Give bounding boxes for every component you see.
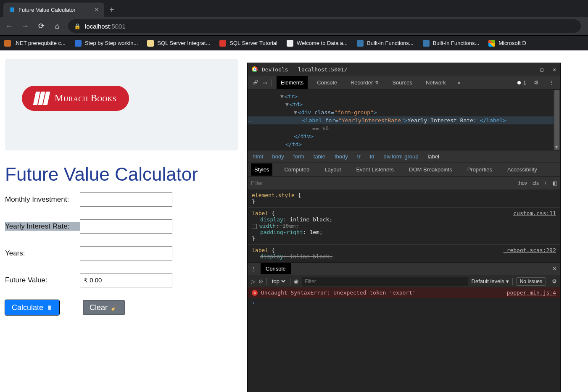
bookmarks-bar: .NET prerequisite c...Step by Step worki… <box>0 35 588 50</box>
console-prompt[interactable]: › <box>248 298 560 308</box>
selected-dom-node[interactable]: … <label for="YearlyInterestRate">Yearly… <box>248 116 560 124</box>
css-rule-element-style[interactable]: element.style { } <box>248 189 560 208</box>
eye-icon[interactable]: ◉ <box>294 278 298 284</box>
dom-scrollbar[interactable]: ▲ ▼ <box>554 90 560 150</box>
issues-badge[interactable]: 1 <box>513 79 526 86</box>
bookmark-item[interactable]: SQL Server Tutorial <box>219 40 277 47</box>
bookmark-favicon <box>287 40 293 47</box>
device-toggle-icon[interactable]: ▭ <box>261 79 269 86</box>
toggle-sidebar-icon[interactable]: ◧ <box>552 180 557 186</box>
bookmark-item[interactable]: Step by Step workin... <box>75 40 138 47</box>
breadcrumb-item[interactable]: div.form-group <box>384 153 419 160</box>
tab-elements[interactable]: Elements <box>277 76 308 89</box>
calculate-button[interactable]: Calculate 🖩 <box>5 300 59 315</box>
bookmark-item[interactable]: Microsoft D <box>488 40 526 47</box>
styles-subtab[interactable]: Styles <box>251 163 272 176</box>
styles-subtab[interactable]: Layout <box>321 163 344 176</box>
console-filter-input[interactable] <box>302 277 468 286</box>
styles-subtab[interactable]: Event Listeners <box>353 163 397 176</box>
console-drawer-tab[interactable]: Console <box>261 263 291 274</box>
scroll-down-icon[interactable]: ▼ <box>555 145 558 149</box>
bookmark-favicon <box>147 40 154 47</box>
hov-toggle[interactable]: :hov <box>517 180 527 186</box>
styles-subtab[interactable]: DOM Breakpoints <box>406 163 456 176</box>
breadcrumb-item[interactable]: tbody <box>335 153 348 160</box>
breadcrumb[interactable]: htmlbodyformtabletbodytrtddiv.form-group… <box>248 150 560 163</box>
bookmark-label: Step by Step workin... <box>85 40 138 46</box>
styles-subtab[interactable]: Accessibility <box>504 163 541 176</box>
styles-filter-input[interactable] <box>251 180 513 186</box>
console-gear-icon[interactable]: ⚙ <box>552 278 557 284</box>
breadcrumb-item[interactable]: label <box>427 153 439 160</box>
future-value-input[interactable] <box>80 273 172 287</box>
ellipsis-icon[interactable]: … <box>248 117 252 124</box>
css-rule-label-custom[interactable]: custom.css:11 label { display: inline-bl… <box>248 208 560 245</box>
forward-icon[interactable]: → <box>20 22 30 31</box>
bookmark-label: SQL Server Integrat... <box>157 40 210 46</box>
settings-gear-icon[interactable]: ⚙ <box>531 79 541 86</box>
monthly-investment-input[interactable] <box>80 192 172 207</box>
error-source-link[interactable]: popper.min.js:4 <box>507 289 556 296</box>
bookmark-item[interactable]: Welcome to Data a... <box>287 40 348 47</box>
hero-banner: Murach Books <box>5 59 238 150</box>
minimize-icon[interactable]: — <box>528 66 531 73</box>
new-style-rule-icon[interactable]: ＋ <box>543 179 548 187</box>
css-source-link-2[interactable]: _reboot.scss:292 <box>504 247 556 253</box>
tab-network[interactable]: Network <box>422 76 450 89</box>
tab-title: Future Value Calculator <box>18 7 76 13</box>
log-levels-select[interactable]: Default levels ▾ <box>472 278 509 284</box>
tab-console[interactable]: Console <box>313 76 341 89</box>
new-tab-button[interactable]: + <box>104 3 119 17</box>
css-source-link[interactable]: custom.css:11 <box>513 210 556 216</box>
bookmark-favicon <box>488 40 495 47</box>
no-issues-pill[interactable]: No Issues <box>516 277 546 286</box>
address-bar[interactable]: 🔒 localhost:5001 <box>68 19 581 33</box>
years-input[interactable] <box>80 246 172 260</box>
cls-toggle[interactable]: .cls <box>531 180 539 186</box>
context-select[interactable]: top <box>270 278 287 285</box>
devtools-window[interactable]: DevTools - localhost:5001/ — ▢ ✕ ⮰ ▭ Ele… <box>248 63 560 392</box>
bookmark-item[interactable]: SQL Server Integrat... <box>147 40 210 47</box>
close-tab-icon[interactable]: ✕ <box>94 6 99 13</box>
devtools-kebab-icon[interactable]: ⋮ <box>546 79 557 86</box>
back-icon[interactable]: ← <box>4 22 14 31</box>
devtools-titlebar[interactable]: DevTools - localhost:5001/ — ▢ ✕ <box>248 63 560 76</box>
console-play-icon[interactable]: ▷ <box>251 278 255 284</box>
inspect-icon[interactable]: ⮰ <box>251 79 258 86</box>
logo-bars-icon <box>33 92 50 105</box>
calculate-label: Calculate <box>12 303 43 312</box>
bookmark-item[interactable]: Built-in Functions... <box>423 40 480 47</box>
breadcrumb-item[interactable]: table <box>314 153 325 160</box>
bookmark-favicon <box>423 40 430 47</box>
close-drawer-icon[interactable]: ✕ <box>552 266 557 272</box>
chrome-icon <box>252 66 258 72</box>
tab-recorder[interactable]: Recorder⚗ <box>346 76 383 89</box>
clear-button[interactable]: Clear 🧹 <box>83 300 125 315</box>
css-rule-label-reboot[interactable]: _reboot.scss:292 label { display: inline… <box>248 245 560 262</box>
yearly-interest-rate-input[interactable] <box>80 219 172 234</box>
console-kebab-icon[interactable]: ⋮ <box>251 266 256 272</box>
bookmark-item[interactable]: Built-in Functions... <box>357 40 414 47</box>
breadcrumb-item[interactable]: tr <box>357 153 361 160</box>
breadcrumb-item[interactable]: form <box>293 153 304 160</box>
reload-icon[interactable]: ⟳ <box>36 21 46 31</box>
flask-icon: ⚗ <box>374 80 379 85</box>
breadcrumb-item[interactable]: body <box>272 153 284 160</box>
label-monthly-investment: Monthly Investment: <box>5 195 80 204</box>
breadcrumb-item[interactable]: html <box>253 153 263 160</box>
tab-sources[interactable]: Sources <box>388 76 417 89</box>
browser-tab[interactable]: 📘 Future Value Calculator ✕ <box>3 3 104 17</box>
console-clear-icon[interactable]: ⊘ <box>258 278 263 284</box>
dom-tree[interactable]: ▼<tr> ▼<td> ▼<div class="form-group"> … … <box>248 90 560 150</box>
styles-subtab[interactable]: Computed <box>281 163 313 176</box>
breadcrumb-item[interactable]: td <box>370 153 374 160</box>
maximize-icon[interactable]: ▢ <box>540 66 543 73</box>
more-tabs-icon[interactable]: » <box>455 79 463 86</box>
bookmark-item[interactable]: .NET prerequisite c... <box>4 40 66 47</box>
css-checkbox[interactable] <box>252 224 257 229</box>
styles-subtab[interactable]: Properties <box>464 163 496 176</box>
close-window-icon[interactable]: ✕ <box>553 66 556 73</box>
url-port: :5001 <box>110 23 126 30</box>
home-icon[interactable]: ⌂ <box>52 22 62 31</box>
console-error-row[interactable]: ✕ Uncaught SyntaxError: Unexpected token… <box>248 287 560 298</box>
